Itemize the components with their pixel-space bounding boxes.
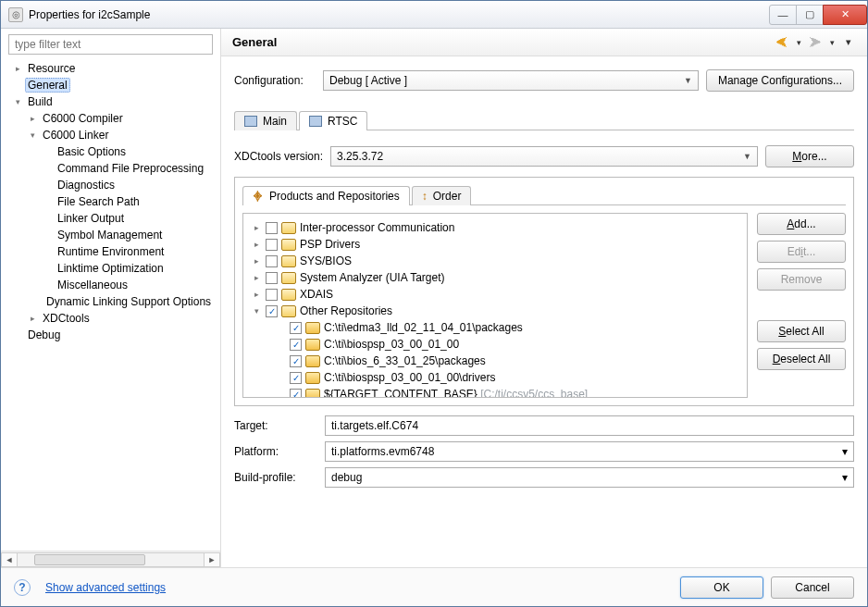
nav-item-c6000-linker[interactable]: ▾C6000 Linker bbox=[5, 127, 217, 143]
build-profile-select[interactable]: debug ▾ bbox=[325, 467, 854, 488]
nav-item-dynamic-linking-support-options[interactable]: Dynamic Linking Support Options bbox=[5, 293, 217, 310]
close-button[interactable]: ✕ bbox=[823, 5, 867, 25]
xdctools-select[interactable]: 3.25.3.72 ▼ bbox=[330, 146, 758, 167]
checkbox[interactable] bbox=[290, 339, 302, 351]
triangle-down-icon[interactable]: ▾ bbox=[251, 306, 262, 316]
nav-item-c6000-compiler[interactable]: ▸C6000 Compiler bbox=[5, 110, 217, 127]
show-advanced-link[interactable]: Show advanced settings bbox=[45, 581, 166, 594]
configuration-row: Configuration: Debug [ Active ] ▼ Manage… bbox=[234, 69, 854, 92]
triangle-right-icon[interactable]: ▸ bbox=[251, 256, 262, 266]
triangle-right-icon[interactable]: ▸ bbox=[251, 240, 262, 249]
remove-button[interactable]: Remove bbox=[757, 268, 846, 291]
nav-item-linker-output[interactable]: Linker Output bbox=[5, 210, 217, 227]
triangle-right-icon[interactable]: ▸ bbox=[12, 63, 23, 74]
checkbox[interactable] bbox=[290, 372, 302, 384]
back-icon[interactable]: ⮜ bbox=[775, 35, 789, 50]
products-panel: 🞠 Products and Repositories ↕ Order ▸Int… bbox=[234, 177, 854, 406]
configuration-select[interactable]: Debug [ Active ] ▼ bbox=[323, 70, 699, 91]
select-all-button[interactable]: Select All bbox=[757, 320, 846, 342]
nav-item-miscellaneous[interactable]: Miscellaneous bbox=[5, 277, 217, 293]
nav-item-linktime-optimization[interactable]: Linktime Optimization bbox=[5, 260, 217, 277]
tab-main[interactable]: Main bbox=[234, 111, 297, 130]
checkbox[interactable] bbox=[266, 239, 278, 251]
tab-products-repositories[interactable]: 🞠 Products and Repositories bbox=[242, 186, 410, 205]
product-item[interactable]: C:\ti\edma3_lld_02_11_04_01\packages bbox=[247, 319, 743, 336]
products-tree[interactable]: ▸Inter-processor Communication▸PSP Drive… bbox=[242, 213, 748, 398]
product-item[interactable]: ${TARGET_CONTENT_BASE} [C:/ti/ccsv5/ccs_… bbox=[247, 386, 743, 398]
scroll-left-icon[interactable]: ◄ bbox=[1, 552, 18, 567]
checkbox[interactable] bbox=[266, 272, 278, 284]
product-item[interactable]: ▾Other Repositories bbox=[247, 303, 743, 319]
product-item[interactable]: ▸SYS/BIOS bbox=[247, 253, 743, 269]
product-item[interactable]: ▸PSP Drivers bbox=[247, 236, 743, 253]
nav-item-resource[interactable]: ▸Resource bbox=[5, 60, 217, 77]
xdctools-value: 3.25.3.72 bbox=[337, 150, 383, 163]
product-item-label: Inter-processor Communication bbox=[300, 221, 454, 234]
product-item[interactable]: C:\ti\bios_6_33_01_25\packages bbox=[247, 353, 743, 369]
product-item[interactable]: C:\ti\biospsp_03_00_01_00 bbox=[247, 336, 743, 353]
view-menu-icon[interactable]: ▾ bbox=[841, 35, 856, 50]
nav-item-build[interactable]: ▾Build bbox=[5, 93, 217, 110]
back-menu-icon[interactable]: ▾ bbox=[791, 35, 806, 50]
triangle-right-icon[interactable]: ▸ bbox=[251, 290, 262, 299]
triangle-right-icon[interactable]: ▸ bbox=[251, 273, 262, 282]
triangle-down-icon[interactable]: ▾ bbox=[27, 130, 38, 141]
help-icon[interactable]: ? bbox=[14, 579, 31, 596]
cancel-button[interactable]: Cancel bbox=[771, 576, 854, 599]
tab-order[interactable]: ↕ Order bbox=[412, 186, 472, 205]
scroll-track[interactable] bbox=[17, 552, 205, 567]
checkbox[interactable] bbox=[266, 222, 278, 234]
checkbox[interactable] bbox=[290, 389, 302, 399]
nav-item-command-file-preprocessing[interactable]: Command File Preprocessing bbox=[5, 160, 217, 177]
nav-item-basic-options[interactable]: Basic Options bbox=[5, 143, 217, 160]
spacer bbox=[42, 279, 53, 291]
deselect-all-button[interactable]: Deselect All bbox=[757, 348, 846, 370]
checkbox[interactable] bbox=[266, 289, 278, 301]
triangle-right-icon[interactable]: ▸ bbox=[27, 313, 38, 324]
checkbox[interactable] bbox=[266, 255, 278, 267]
scroll-right-icon[interactable]: ► bbox=[204, 552, 220, 567]
product-item[interactable]: ▸XDAIS bbox=[247, 286, 743, 303]
platform-select[interactable]: ti.platforms.evm6748 ▾ bbox=[325, 441, 854, 462]
forward-menu-icon[interactable]: ▾ bbox=[825, 35, 839, 50]
nav-item-debug[interactable]: Debug bbox=[5, 327, 217, 343]
products-icon: 🞠 bbox=[253, 190, 264, 203]
nav-item-label: Dynamic Linking Support Options bbox=[43, 294, 214, 309]
nav-item-runtime-environment[interactable]: Runtime Environment bbox=[5, 243, 217, 260]
sidebar-scrollbar[interactable]: ◄ ► bbox=[1, 551, 220, 567]
nav-item-symbol-management[interactable]: Symbol Management bbox=[5, 227, 217, 243]
product-item-label: C:\ti\biospsp_03_00_01_00 bbox=[324, 338, 459, 351]
minimize-button[interactable]: — bbox=[769, 5, 797, 25]
tab-rtsc[interactable]: RTSC bbox=[299, 111, 367, 130]
product-item[interactable]: ▸System Analyzer (UIA Target) bbox=[247, 269, 743, 286]
spacer bbox=[12, 80, 23, 91]
product-item[interactable]: ▸Inter-processor Communication bbox=[247, 219, 743, 236]
product-item-label: Other Repositories bbox=[300, 304, 392, 317]
target-input[interactable]: ti.targets.elf.C674 bbox=[325, 415, 854, 436]
edit-button[interactable]: Edit... bbox=[757, 241, 846, 263]
spacer bbox=[42, 246, 53, 257]
more-button[interactable]: More... bbox=[765, 145, 854, 167]
maximize-button[interactable]: ▢ bbox=[796, 5, 824, 25]
nav-item-xdctools[interactable]: ▸XDCtools bbox=[5, 310, 217, 327]
triangle-down-icon[interactable]: ▾ bbox=[12, 96, 23, 107]
product-item[interactable]: C:\ti\biospsp_03_00_01_00\drivers bbox=[247, 369, 743, 386]
ok-button[interactable]: OK bbox=[680, 576, 763, 599]
checkbox[interactable] bbox=[290, 322, 302, 334]
nav-tree[interactable]: ▸ResourceGeneral▾Build▸C6000 Compiler▾C6… bbox=[1, 60, 220, 551]
nav-item-label: Build bbox=[25, 94, 56, 109]
manage-configurations-button[interactable]: Manage Configurations... bbox=[706, 69, 854, 92]
filter-input[interactable] bbox=[8, 34, 213, 55]
add-button[interactable]: Add... bbox=[757, 213, 846, 235]
checkbox[interactable] bbox=[266, 305, 278, 317]
nav-item-diagnostics[interactable]: Diagnostics bbox=[5, 177, 217, 193]
tabstrip-main: Main RTSC bbox=[234, 110, 854, 130]
nav-item-label: Symbol Management bbox=[55, 228, 165, 242]
nav-item-file-search-path[interactable]: File Search Path bbox=[5, 193, 217, 210]
triangle-right-icon[interactable]: ▸ bbox=[27, 113, 38, 124]
nav-item-general[interactable]: General bbox=[5, 77, 217, 93]
scroll-thumb[interactable] bbox=[34, 554, 145, 565]
triangle-right-icon[interactable]: ▸ bbox=[251, 223, 262, 232]
forward-icon[interactable]: ⮞ bbox=[808, 35, 823, 50]
checkbox[interactable] bbox=[290, 355, 302, 367]
